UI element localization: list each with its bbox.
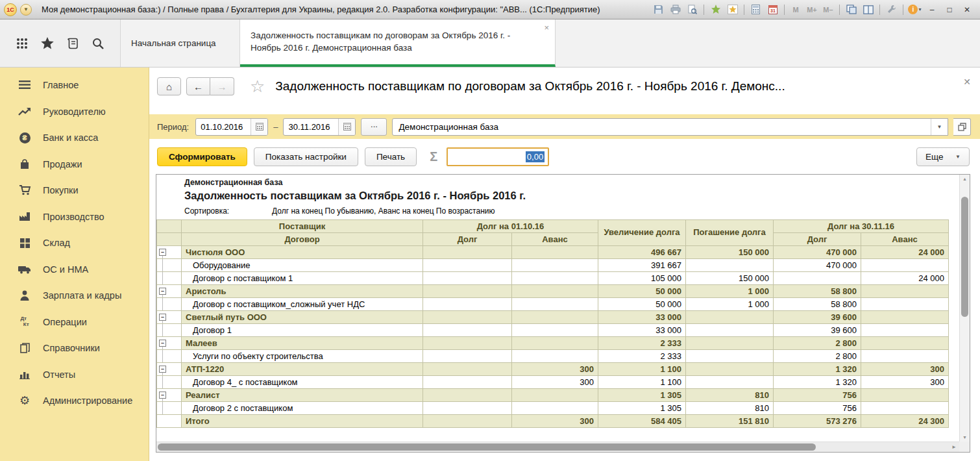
amount-cell[interactable]: 150 000 xyxy=(686,272,774,285)
sidebar-item-administration[interactable]: ⚙Администрирование xyxy=(0,388,149,414)
col-debt-end-group[interactable]: Долг на 30.11.16 xyxy=(774,220,949,233)
amount-cell[interactable]: 2 800 xyxy=(774,350,861,363)
amount-cell[interactable]: 496 667 xyxy=(598,246,686,259)
add-favorite-button[interactable] xyxy=(708,3,723,16)
collapse-group-icon[interactable]: – xyxy=(159,314,166,321)
memory-m-button[interactable]: M xyxy=(789,6,803,14)
amount-cell[interactable]: 300 xyxy=(512,363,598,376)
vertical-scrollbar[interactable]: ▲ ▼ xyxy=(959,175,970,442)
contract-cell[interactable]: Договор 1 xyxy=(182,324,423,337)
calendar-button[interactable]: 31 xyxy=(765,3,780,16)
supplier-cell[interactable]: Реалист xyxy=(182,389,423,402)
copy-window-button[interactable] xyxy=(844,3,859,16)
collapse-group-icon[interactable]: – xyxy=(159,249,166,256)
sidebar-item-fixed-assets[interactable]: ОС и НМА xyxy=(0,256,149,283)
amount-cell[interactable]: 1 305 xyxy=(598,389,686,402)
print-button[interactable] xyxy=(668,3,683,16)
autosum-field[interactable]: 0,00 xyxy=(447,147,549,166)
sidebar-item-catalogs[interactable]: Справочники xyxy=(0,335,149,362)
close-button[interactable]: ✕ xyxy=(959,3,975,16)
favorites-panel-button[interactable] xyxy=(40,36,55,51)
amount-cell[interactable]: 50 000 xyxy=(598,298,686,311)
amount-cell[interactable]: 300 xyxy=(512,376,598,389)
amount-cell[interactable]: 150 000 xyxy=(686,246,774,259)
more-button[interactable]: Еще ▼ xyxy=(916,147,970,166)
period-from-input[interactable]: 01.10.2016 xyxy=(196,119,251,135)
amount-cell[interactable] xyxy=(686,363,774,376)
amount-cell[interactable]: 2 800 xyxy=(774,337,861,350)
amount-cell[interactable] xyxy=(512,337,598,350)
amount-cell[interactable] xyxy=(423,272,512,285)
amount-cell[interactable]: 39 600 xyxy=(774,324,861,337)
calculator-button[interactable] xyxy=(748,3,763,16)
contract-cell[interactable]: Договор с поставщиком 1 xyxy=(182,272,423,285)
sidebar-item-manager[interactable]: Руководителю xyxy=(0,99,149,125)
scroll-right-icon[interactable]: ► xyxy=(951,444,957,450)
maximize-button[interactable]: □ xyxy=(942,3,957,16)
amount-cell[interactable]: 756 xyxy=(774,389,861,402)
scroll-up-icon[interactable]: ▲ xyxy=(960,177,970,181)
period-to-calendar-button[interactable] xyxy=(338,119,355,135)
col-advance-start[interactable]: Аванс xyxy=(512,233,598,246)
col-increase[interactable]: Увеличение долга xyxy=(598,220,686,246)
amount-cell[interactable]: 58 800 xyxy=(774,285,861,298)
amount-cell[interactable] xyxy=(861,311,949,324)
amount-cell[interactable] xyxy=(423,402,512,415)
amount-cell[interactable]: 1 000 xyxy=(686,285,774,298)
amount-cell[interactable] xyxy=(512,259,598,272)
contract-cell[interactable]: Договор с поставщиком_сложный учет НДС xyxy=(182,298,423,311)
collapse-group-icon[interactable]: – xyxy=(159,340,166,347)
contract-cell[interactable]: Услуги по объекту строительства xyxy=(182,350,423,363)
amount-cell[interactable] xyxy=(512,246,598,259)
amount-cell[interactable]: 300 xyxy=(861,376,949,389)
period-to-input[interactable]: 30.11.2016 xyxy=(284,119,338,135)
print-report-button[interactable]: Печать xyxy=(365,147,417,166)
amount-cell[interactable] xyxy=(423,376,512,389)
search-button[interactable] xyxy=(90,36,106,51)
vertical-scroll-thumb[interactable] xyxy=(961,197,968,317)
amount-cell[interactable] xyxy=(686,376,774,389)
amount-cell[interactable]: 33 000 xyxy=(598,311,686,324)
amount-cell[interactable]: 39 600 xyxy=(774,311,861,324)
amount-cell[interactable]: 2 333 xyxy=(598,350,686,363)
contract-cell[interactable]: Договор 4_ с поставщиком xyxy=(182,376,423,389)
amount-cell[interactable] xyxy=(861,324,949,337)
amount-cell[interactable] xyxy=(423,298,512,311)
amount-cell[interactable]: 1 100 xyxy=(598,376,686,389)
1c-logo-icon[interactable]: 1С xyxy=(4,3,17,16)
amount-cell[interactable]: 2 333 xyxy=(598,337,686,350)
show-settings-button[interactable]: Показать настройки xyxy=(254,147,358,166)
sidebar-item-purchases[interactable]: Покупки xyxy=(0,177,149,204)
sidebar-item-sales[interactable]: Продажи xyxy=(0,151,149,178)
info-button[interactable]: i ▾ xyxy=(907,3,922,16)
supplier-cell[interactable]: Чистюля ООО xyxy=(182,246,423,259)
amount-cell[interactable]: 756 xyxy=(774,402,861,415)
horizontal-scroll-thumb[interactable] xyxy=(158,443,816,451)
memory-m-plus-button[interactable]: M+ xyxy=(805,6,819,14)
amount-cell[interactable]: 584 405 xyxy=(598,415,686,428)
col-contract[interactable]: Договор xyxy=(182,233,423,246)
amount-cell[interactable] xyxy=(423,415,512,428)
favorite-star-icon[interactable]: ☆ xyxy=(250,78,265,95)
amount-cell[interactable]: 24 000 xyxy=(861,246,949,259)
amount-cell[interactable] xyxy=(686,350,774,363)
amount-cell[interactable] xyxy=(512,350,598,363)
col-debt-start[interactable]: Долг xyxy=(423,233,512,246)
horizontal-scrollbar[interactable]: ► xyxy=(156,442,959,452)
main-menu-dropdown-icon[interactable]: ▼ xyxy=(20,4,32,16)
amount-cell[interactable]: 1 100 xyxy=(598,363,686,376)
amount-cell[interactable] xyxy=(512,298,598,311)
amount-cell[interactable] xyxy=(686,259,774,272)
collapse-group-icon[interactable]: – xyxy=(159,366,166,373)
amount-cell[interactable] xyxy=(774,272,861,285)
generate-button[interactable]: Сформировать xyxy=(157,147,247,166)
amount-cell[interactable] xyxy=(423,324,512,337)
amount-cell[interactable] xyxy=(512,285,598,298)
home-button[interactable]: ⌂ xyxy=(157,77,181,95)
period-more-button[interactable]: ... xyxy=(361,118,387,136)
supplier-cell[interactable]: Малеев xyxy=(182,337,423,350)
amount-cell[interactable]: 810 xyxy=(686,389,774,402)
tab-close-icon[interactable]: × xyxy=(544,23,549,32)
amount-cell[interactable] xyxy=(861,298,949,311)
amount-cell[interactable]: 33 000 xyxy=(598,324,686,337)
